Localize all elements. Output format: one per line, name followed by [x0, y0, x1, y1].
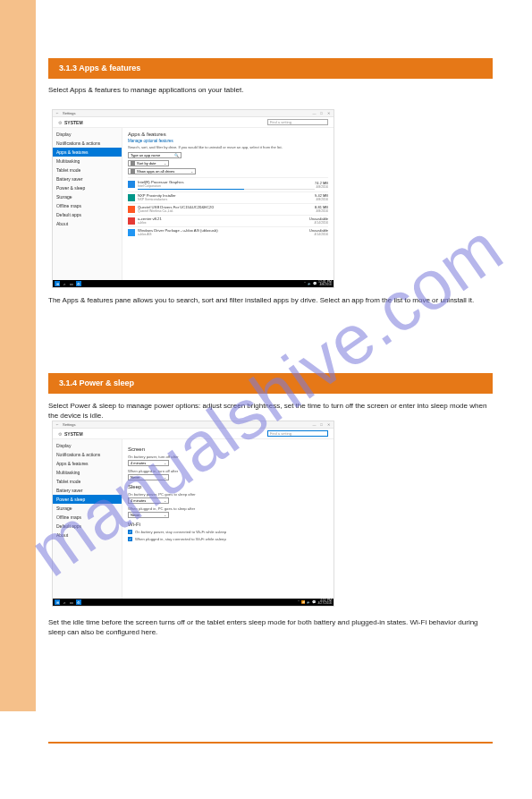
- wifi-plugged-row[interactable]: ✓ When plugged in, stay connected to Wi-…: [128, 537, 328, 541]
- sidebar-item-display[interactable]: Display: [53, 130, 122, 139]
- app-row[interactable]: u-center v8.21 u-blox Unavailable 4/14/2…: [128, 215, 328, 226]
- network-icon[interactable]: 📶: [301, 600, 305, 604]
- start-button[interactable]: ⊞: [55, 599, 60, 605]
- window-app-name: Settings: [63, 111, 75, 115]
- app-date: 4/14/2016: [309, 221, 328, 225]
- search-input[interactable]: Find a setting: [267, 119, 328, 125]
- sidebar-item-offline-maps[interactable]: Offline maps: [53, 513, 122, 522]
- sidebar-item-offline-maps[interactable]: Offline maps: [53, 201, 122, 210]
- search-icon[interactable]: ⌕: [62, 281, 67, 286]
- app-icon: [128, 217, 135, 225]
- start-button[interactable]: ⊞: [55, 281, 60, 286]
- search-icon: 🔍: [174, 153, 179, 157]
- volume-icon[interactable]: 🔈: [307, 600, 310, 604]
- sidebar-item-notifications[interactable]: Notifications & actions: [53, 450, 122, 459]
- app-publisher: NXP Semiconductors: [138, 198, 315, 201]
- maximize-button[interactable]: □: [319, 422, 324, 427]
- system-label: SYSTEM: [64, 120, 83, 125]
- manage-optional-link[interactable]: Manage optional features: [128, 139, 328, 143]
- app-row[interactable]: Intel(R) Processor Graphics Intel Corpor…: [128, 177, 328, 191]
- chevron-down-icon: ⌄: [164, 475, 166, 480]
- app-icon: [128, 206, 135, 213]
- taskbar: ⊞ ⌕ ▭ ⚙ ˄ 🔈 💬 12:01 PM4/8/2016: [53, 280, 334, 287]
- taskbar: ⊞ ⌕ ▭ ⚙ ˄ 📶 🔈 💬 4:51 PM4/27/2016: [53, 599, 334, 606]
- back-arrow-icon[interactable]: ←: [55, 111, 59, 115]
- app-search-input[interactable]: Type an app name🔍: [128, 152, 182, 158]
- sidebar-item-default-apps[interactable]: Default apps: [53, 210, 122, 219]
- back-arrow-icon[interactable]: ←: [55, 422, 59, 427]
- content-pane: Apps & features Manage optional features…: [122, 128, 334, 280]
- checkbox-icon[interactable]: ✓: [128, 537, 132, 541]
- sidebar-item-about[interactable]: About: [53, 531, 122, 540]
- sleep-heading: Sleep: [128, 484, 328, 489]
- task-view-icon[interactable]: ▭: [69, 599, 74, 605]
- sidebar-item-tablet-mode[interactable]: Tablet mode: [53, 477, 122, 486]
- section-header-power: 3.1.4 Power & sleep: [48, 373, 493, 394]
- sidebar-item-tablet-mode[interactable]: Tablet mode: [53, 166, 122, 174]
- sidebar-item-apps-features[interactable]: Apps & features: [53, 459, 122, 468]
- sidebar-item-battery-saver[interactable]: Battery saver: [53, 486, 122, 495]
- search-input[interactable]: Find a setting: [267, 430, 328, 437]
- screen-heading: Screen: [128, 446, 328, 452]
- battery-sleep-label: On battery power, PC goes to sleep after: [128, 492, 328, 497]
- battery-sleep-dropdown[interactable]: 4 minutes⌄: [128, 497, 169, 504]
- minimize-button[interactable]: —: [312, 111, 317, 115]
- sidebar-item-multitasking[interactable]: Multitasking: [53, 468, 122, 477]
- sort-icon: [131, 161, 135, 166]
- app-row[interactable]: Windows Driver Package - u-blox AG (ublo…: [128, 226, 328, 238]
- search-icon[interactable]: ⌕: [62, 599, 67, 605]
- sidebar-item-apps-features[interactable]: Apps & features: [53, 148, 122, 157]
- app-row[interactable]: NXP Proximity Installer NXP Semiconducto…: [128, 191, 328, 203]
- sidebar-item-multitasking[interactable]: Multitasking: [53, 157, 122, 166]
- sidebar-item-default-apps[interactable]: Default apps: [53, 522, 122, 531]
- close-button[interactable]: ✕: [326, 422, 331, 427]
- sidebar-item-power-sleep[interactable]: Power & sleep: [53, 183, 122, 192]
- wifi-battery-row[interactable]: ✓ On battery power, stay connected to Wi…: [128, 530, 328, 534]
- under-text-power: Set the idle time before the screen turn…: [48, 617, 493, 637]
- app-date: 4/8/2016: [315, 198, 328, 201]
- tray-up-icon[interactable]: ˄: [298, 600, 300, 604]
- plugged-screen-label: When plugged in, turn off after: [128, 469, 328, 473]
- section-header-apps: 3.1.3 Apps & features: [48, 58, 493, 79]
- volume-icon[interactable]: 🔈: [308, 282, 311, 285]
- sidebar-item-display[interactable]: Display: [53, 441, 122, 450]
- app-date: 4/8/2016: [315, 185, 328, 189]
- app-date: 4/8/2016: [315, 209, 328, 213]
- battery-screen-label: On battery power, turn off after: [128, 455, 328, 459]
- section-desc-power: Select Power & sleep to manage power opt…: [48, 401, 493, 421]
- chevron-down-icon: ⌄: [164, 498, 166, 503]
- taskbar-clock[interactable]: 12:01 PM4/8/2016: [318, 281, 332, 287]
- sort-dropdown[interactable]: Sort by date⌄: [128, 160, 169, 166]
- plugged-sleep-dropdown[interactable]: Never⌄: [128, 512, 169, 518]
- task-view-icon[interactable]: ▭: [69, 281, 74, 286]
- sidebar-item-storage[interactable]: Storage: [53, 504, 122, 513]
- minimize-button[interactable]: —: [312, 422, 317, 427]
- window-titlebar: ← Settings — □ ✕: [53, 110, 334, 117]
- app-icon: [128, 194, 135, 201]
- sidebar-item-power-sleep[interactable]: Power & sleep: [53, 495, 122, 504]
- maximize-button[interactable]: □: [319, 111, 324, 115]
- window-titlebar: ← Settings — □ ✕: [53, 421, 334, 429]
- taskbar-app-icon[interactable]: ⚙: [76, 281, 81, 286]
- tray-up-icon[interactable]: ˄: [304, 282, 306, 285]
- app-list: Intel(R) Processor Graphics Intel Corpor…: [128, 177, 328, 238]
- gear-icon: ⚙: [58, 120, 62, 125]
- plugged-screen-dropdown[interactable]: Never⌄: [128, 474, 169, 480]
- app-publisher: Quectel Wireless Co.,Ltd.: [138, 209, 315, 213]
- taskbar-app-icon[interactable]: ⚙: [76, 599, 81, 605]
- chevron-down-icon: ⌄: [190, 169, 193, 174]
- drives-dropdown[interactable]: Show apps on all drives⌄: [128, 168, 196, 174]
- sidebar-item-battery-saver[interactable]: Battery saver: [53, 174, 122, 183]
- sidebar-item-notifications[interactable]: Notifications & actions: [53, 139, 122, 148]
- battery-screen-dropdown[interactable]: 4 minutes⌄: [128, 460, 169, 466]
- action-center-icon[interactable]: 💬: [313, 282, 317, 285]
- checkbox-icon[interactable]: ✓: [128, 530, 132, 534]
- action-center-icon[interactable]: 💬: [312, 600, 316, 604]
- close-button[interactable]: ✕: [326, 111, 331, 115]
- taskbar-clock[interactable]: 4:51 PM4/27/2016: [317, 599, 332, 606]
- app-row[interactable]: Quectel USB Drivers For UC15&UC20&EC20 Q…: [128, 203, 328, 215]
- sidebar-item-storage[interactable]: Storage: [53, 192, 122, 201]
- chevron-down-icon: ⌄: [164, 161, 166, 166]
- sidebar-item-about[interactable]: About: [53, 219, 122, 228]
- wifi-plugged-label: When plugged in, stay connected to Wi-Fi…: [135, 537, 226, 541]
